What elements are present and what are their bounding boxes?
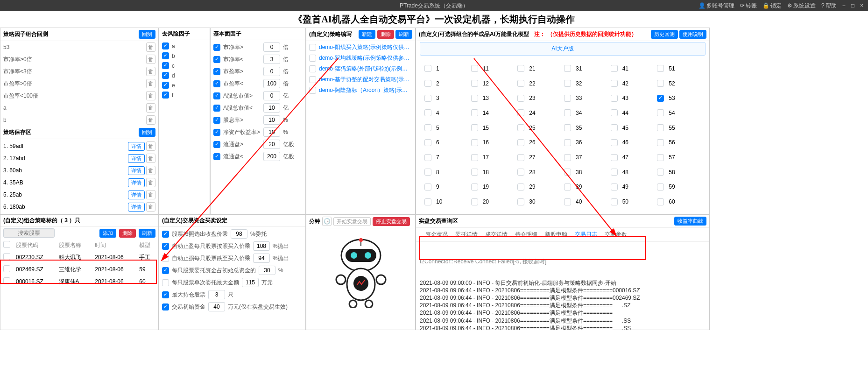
model-checkbox[interactable] (517, 169, 524, 176)
model-checkbox[interactable] (471, 80, 478, 87)
factor-input[interactable] (263, 127, 280, 137)
save-backtest-button[interactable]: 回测 (139, 128, 155, 137)
delete-icon[interactable]: 🗑 (146, 115, 155, 125)
checkbox[interactable] (213, 105, 220, 112)
checkbox[interactable] (162, 231, 169, 238)
setting-input[interactable] (253, 241, 270, 251)
transfer-link[interactable]: ⟳ 转账 (740, 2, 757, 10)
model-checkbox[interactable] (611, 65, 618, 72)
saved-item[interactable]: 6. 180ab (3, 204, 25, 210)
usage-guide-button[interactable]: 使用说明 (679, 30, 706, 39)
model-checkbox[interactable] (657, 80, 664, 87)
history-backtest-button[interactable]: 历史回测 (651, 30, 678, 39)
start-live-button[interactable]: 开始实盘交易 (333, 217, 371, 226)
detail-button[interactable]: 详情 (128, 203, 145, 212)
model-checkbox[interactable] (564, 198, 571, 205)
tab-交易日志[interactable]: 交易日志 (575, 231, 597, 239)
saved-item[interactable]: 1. 59adf (3, 143, 23, 149)
setting-input[interactable] (242, 278, 259, 287)
stop-live-button[interactable]: 停止实盘交易 (373, 217, 410, 226)
setting-input[interactable] (253, 254, 270, 263)
model-checkbox[interactable] (471, 95, 478, 102)
window-max-icon[interactable]: □ (851, 2, 854, 9)
model-checkbox[interactable] (424, 154, 431, 161)
row-checkbox[interactable] (3, 277, 10, 284)
model-checkbox[interactable] (564, 109, 571, 116)
tab-委托详情[interactable]: 委托详情 (455, 231, 478, 239)
detail-button[interactable]: 详情 (128, 154, 145, 163)
model-checkbox[interactable] (424, 124, 431, 131)
row-checkbox[interactable] (3, 265, 10, 272)
model-checkbox[interactable] (471, 109, 478, 116)
tab-成交详情[interactable]: 成交详情 (485, 231, 508, 239)
model-checkbox[interactable] (564, 169, 571, 176)
checkbox[interactable] (162, 255, 169, 262)
model-checkbox[interactable] (611, 183, 618, 190)
delete-icon[interactable]: 🗑 (146, 166, 155, 175)
model-checkbox[interactable] (471, 139, 478, 146)
detail-button[interactable]: 详情 (128, 142, 145, 151)
add-button[interactable]: 添加 (99, 229, 116, 238)
delete-button[interactable]: 删除 (119, 229, 136, 238)
model-checkbox[interactable] (564, 124, 571, 131)
checkbox[interactable] (309, 87, 316, 94)
row-checkbox[interactable] (3, 253, 10, 260)
checkbox[interactable] (162, 303, 169, 310)
model-checkbox[interactable] (611, 80, 618, 87)
factor-input[interactable] (263, 152, 280, 161)
saved-item[interactable]: 4. 35AB (3, 179, 23, 186)
setting-input[interactable] (259, 266, 275, 275)
saved-item[interactable]: 2. 17abd (3, 155, 25, 162)
lock-link[interactable]: 🔒 锁定 (762, 2, 782, 10)
setting-input[interactable] (231, 229, 247, 239)
window-close-icon[interactable]: × (860, 2, 863, 9)
checkbox[interactable] (162, 243, 169, 250)
settings-link[interactable]: ⚙ 系统设置 (787, 2, 816, 10)
checkbox[interactable] (162, 279, 169, 286)
factor-input[interactable] (263, 67, 280, 76)
model-checkbox[interactable] (424, 109, 431, 116)
select-all-checkbox[interactable] (3, 241, 10, 248)
model-checkbox[interactable] (424, 65, 431, 72)
strategy-item[interactable]: demo-双均线策略(示例策略仅供参考学习，请… (319, 54, 412, 62)
setting-input[interactable] (208, 302, 225, 311)
factor-input[interactable] (263, 79, 280, 88)
model-checkbox[interactable] (471, 169, 478, 176)
delete-icon[interactable]: 🗑 (146, 103, 155, 113)
delete-icon[interactable]: 🗑 (146, 178, 155, 187)
checkbox[interactable] (162, 291, 169, 298)
tab-持仓明细[interactable]: 持仓明细 (515, 231, 537, 239)
factor-input[interactable] (263, 91, 280, 100)
checkbox[interactable] (309, 55, 316, 62)
new-button[interactable]: 新建 (359, 30, 375, 39)
model-checkbox[interactable] (471, 154, 478, 161)
model-checkbox[interactable] (471, 198, 478, 205)
model-checkbox[interactable] (657, 139, 664, 146)
checkbox[interactable] (162, 92, 169, 99)
model-checkbox[interactable] (611, 124, 618, 131)
model-checkbox[interactable] (517, 80, 524, 87)
model-checkbox[interactable] (657, 183, 664, 190)
factor-input[interactable] (263, 103, 280, 113)
model-checkbox[interactable] (471, 183, 478, 190)
accounts-link[interactable]: 👤 多账号管理 (699, 2, 734, 10)
detail-button[interactable]: 详情 (128, 166, 145, 175)
delete-icon[interactable]: 🗑 (146, 202, 155, 212)
detail-button[interactable]: 详情 (128, 178, 145, 187)
model-checkbox[interactable] (657, 124, 664, 131)
model-checkbox[interactable] (424, 80, 431, 87)
refresh-button[interactable]: 刷新 (395, 30, 412, 39)
ai-tab[interactable]: AI大户版 (420, 42, 706, 56)
refresh-button[interactable]: 刷新 (139, 229, 155, 238)
model-checkbox[interactable] (517, 139, 524, 146)
checkbox[interactable] (162, 82, 169, 89)
model-checkbox[interactable] (424, 183, 431, 190)
model-checkbox[interactable] (611, 95, 618, 102)
table-row[interactable]: 002230.SZ科大讯飞2021-08-06手工 (0, 251, 158, 263)
delete-icon[interactable]: 🗑 (146, 190, 155, 199)
strategy-item[interactable]: demo-猛犸策略(外部代码池)(示例策略仅供参… (319, 65, 412, 73)
delete-icon[interactable]: 🗑 (146, 141, 155, 151)
detail-button[interactable]: 详情 (128, 190, 145, 199)
checkbox[interactable] (162, 62, 169, 69)
setting-input[interactable] (208, 290, 225, 299)
